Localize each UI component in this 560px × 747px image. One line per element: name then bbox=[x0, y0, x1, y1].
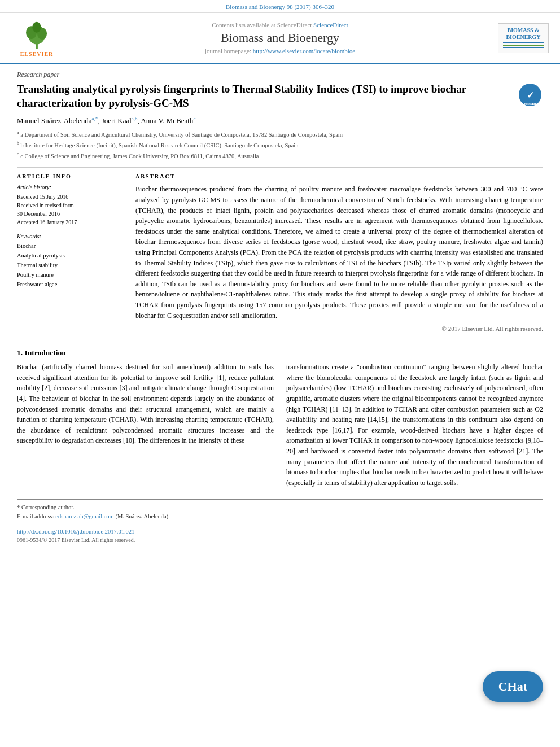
intro-body: Biochar (artificially charred biomass de… bbox=[17, 362, 543, 492]
keyword-5: Freshwater algae bbox=[17, 280, 116, 290]
keyword-4: Poultry manure bbox=[17, 270, 116, 280]
keyword-3: Thermal stability bbox=[17, 261, 116, 270]
email-label: E-mail address: bbox=[17, 513, 55, 519]
affil-a: a a Department of Soil Science and Agric… bbox=[17, 129, 543, 139]
intro-section-title-text: Introduction bbox=[25, 348, 66, 357]
elsevier-logo-area: ELSEVIER bbox=[11, 19, 62, 57]
received-revised-date: 30 December 2016 bbox=[17, 209, 116, 218]
svg-text:CrossMark: CrossMark bbox=[522, 102, 539, 106]
article-info-header: ARTICLE INFO bbox=[17, 173, 116, 180]
email-footnote: E-mail address: edsuarez.ah@gmail.com (M… bbox=[17, 512, 543, 521]
affil-c: c c College of Science and Engineering, … bbox=[17, 151, 543, 160]
svg-text:✓: ✓ bbox=[527, 90, 534, 100]
homepage-line: journal homepage: http://www.elsevier.co… bbox=[62, 47, 498, 54]
corresponding-footnote: * Corresponding author. bbox=[17, 503, 543, 512]
bioenergy-line1: BIOMASS & bbox=[508, 27, 540, 33]
article-two-col: ARTICLE INFO Article history: Received 1… bbox=[17, 173, 543, 332]
received-date: Received 15 July 2016 bbox=[17, 193, 116, 201]
abstract-column: ABSTRACT Biochar thermosequences produce… bbox=[135, 173, 543, 332]
intro-left-col: Biochar (artificially charred biomass de… bbox=[17, 362, 274, 492]
authors-line: Manuel Suárez-Abelendaa,*, Joeri Kaala,b… bbox=[17, 116, 543, 125]
homepage-url-link[interactable]: http://www.elsevier.com/locate/biombioe bbox=[253, 47, 355, 54]
intro-right-text: transformations create a "combustion con… bbox=[286, 362, 543, 488]
bioenergy-logo-area: BIOMASS & BIOENERGY bbox=[498, 23, 549, 53]
volume-text: Biomass and Bioenergy 98 (2017) 306–320 bbox=[226, 3, 334, 10]
article-type-label: Research paper bbox=[17, 71, 543, 79]
keywords-section: Keywords: Biochar Analytical pyrolysis T… bbox=[17, 233, 116, 289]
sciencedirect-anchor[interactable]: ScienceDirect bbox=[313, 21, 348, 28]
email-note: (M. Suárez-Abelenda). bbox=[115, 513, 170, 519]
article-info-column: ARTICLE INFO Article history: Received 1… bbox=[17, 173, 124, 332]
keywords-label: Keywords: bbox=[17, 233, 116, 239]
elsevier-brand: ELSEVIER bbox=[20, 51, 54, 57]
homepage-label: journal homepage: bbox=[205, 47, 253, 54]
doi-link[interactable]: http://dx.doi.org/10.1016/j.biombioe.201… bbox=[17, 528, 134, 535]
intro-title: 1. Introduction bbox=[17, 348, 543, 357]
bottom-copyright: 0961-9534/© 2017 Elsevier Ltd. All right… bbox=[17, 537, 543, 543]
main-content: Research paper Translating analytical py… bbox=[0, 64, 560, 554]
journal-header: ELSEVIER Contents lists available at Sci… bbox=[0, 13, 560, 64]
elsevier-tree-icon bbox=[20, 19, 54, 50]
email-link[interactable]: edsuarez.ah@gmail.com bbox=[55, 513, 114, 519]
article-history-label: Article history: bbox=[17, 184, 116, 190]
svg-point-4 bbox=[32, 22, 41, 33]
section-divider bbox=[17, 340, 543, 340]
journal-volume-info: Biomass and Bioenergy 98 (2017) 306–320 bbox=[0, 0, 560, 13]
journal-center-info: Contents lists available at ScienceDirec… bbox=[62, 21, 498, 54]
chat-button[interactable]: CHat bbox=[483, 671, 543, 702]
affiliations: a a Department of Soil Science and Agric… bbox=[17, 129, 543, 168]
accepted-date: Accepted 16 January 2017 bbox=[17, 218, 116, 226]
intro-right-col: transformations create a "combustion con… bbox=[286, 362, 543, 492]
article-title-text: Translating analytical pyrolysis fingerp… bbox=[17, 83, 466, 109]
bioenergy-line2: BIOENERGY bbox=[506, 34, 540, 40]
abstract-header: ABSTRACT bbox=[135, 173, 543, 180]
journal-title: Biomass and Bioenergy bbox=[62, 30, 498, 45]
bioenergy-logo-title: BIOMASS & BIOENERGY bbox=[503, 27, 544, 41]
sciencedirect-text: Contents lists available at ScienceDirec… bbox=[212, 21, 312, 28]
affil-b: b b Institute for Heritage Science (Inci… bbox=[17, 140, 543, 150]
intro-section: 1. Introduction Biochar (artificially ch… bbox=[17, 348, 543, 492]
keyword-1: Biochar bbox=[17, 242, 116, 251]
article-title: Translating analytical pyrolysis fingerp… bbox=[17, 82, 543, 110]
sciencedirect-link: Contents lists available at ScienceDirec… bbox=[62, 21, 498, 28]
intro-left-text: Biochar (artificially charred biomass de… bbox=[17, 362, 274, 446]
keyword-2: Analytical pyrolysis bbox=[17, 251, 116, 261]
abstract-text: Biochar thermosequences produced from th… bbox=[135, 184, 543, 321]
intro-section-number: 1. bbox=[17, 348, 23, 357]
footnote-section: * Corresponding author. E-mail address: … bbox=[17, 499, 543, 521]
received-revised-label: Received in revised form bbox=[17, 201, 116, 209]
bottom-links: http://dx.doi.org/10.1016/j.biombioe.201… bbox=[17, 527, 543, 543]
corresponding-text: * Corresponding author. bbox=[17, 504, 75, 510]
copyright-line: © 2017 Elsevier Ltd. All rights reserved… bbox=[135, 325, 543, 332]
crossmark-icon: ✓ CrossMark bbox=[518, 82, 543, 108]
